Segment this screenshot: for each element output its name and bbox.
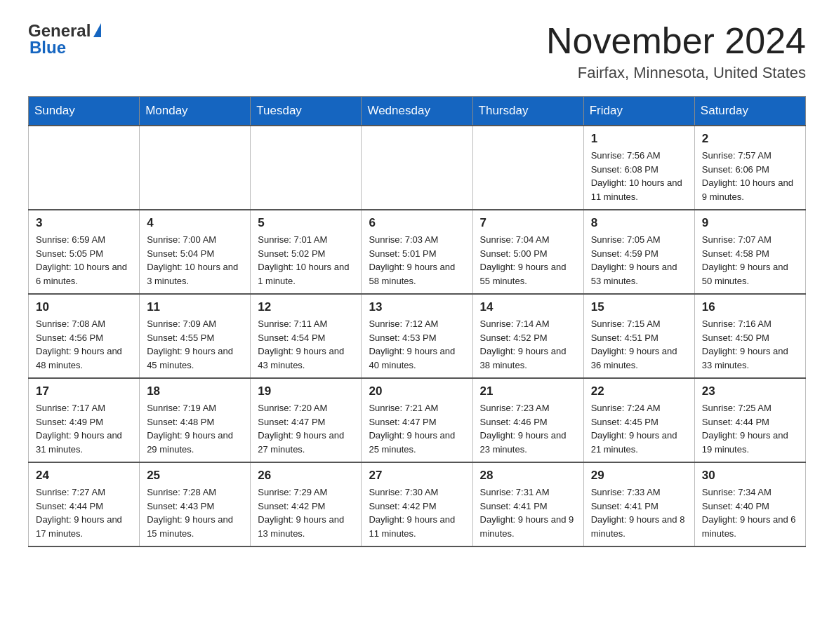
calendar-cell	[362, 126, 472, 210]
calendar-cell: 6Sunrise: 7:03 AM Sunset: 5:01 PM Daylig…	[362, 210, 472, 294]
day-info: Sunrise: 7:03 AM Sunset: 5:01 PM Dayligh…	[369, 233, 465, 288]
day-number: 26	[258, 469, 354, 483]
day-info: Sunrise: 7:30 AM Sunset: 4:42 PM Dayligh…	[369, 485, 465, 540]
calendar-weekday-thursday: Thursday	[472, 97, 583, 126]
calendar-table: SundayMondayTuesdayWednesdayThursdayFrid…	[28, 96, 806, 547]
calendar-row-3: 17Sunrise: 7:17 AM Sunset: 4:49 PM Dayli…	[29, 378, 806, 462]
calendar-cell: 7Sunrise: 7:04 AM Sunset: 5:00 PM Daylig…	[472, 210, 583, 294]
day-info: Sunrise: 7:28 AM Sunset: 4:43 PM Dayligh…	[147, 485, 243, 540]
calendar-cell: 14Sunrise: 7:14 AM Sunset: 4:52 PM Dayli…	[472, 294, 583, 378]
day-info: Sunrise: 7:08 AM Sunset: 4:56 PM Dayligh…	[36, 317, 132, 372]
calendar-header-row: SundayMondayTuesdayWednesdayThursdayFrid…	[29, 97, 806, 126]
day-number: 7	[480, 216, 576, 230]
logo: General Blue	[28, 21, 101, 58]
day-info: Sunrise: 7:34 AM Sunset: 4:40 PM Dayligh…	[702, 485, 798, 540]
page-header: General Blue November 2024 Fairfax, Minn…	[28, 21, 806, 82]
day-number: 23	[702, 384, 798, 398]
calendar-cell: 12Sunrise: 7:11 AM Sunset: 4:54 PM Dayli…	[251, 294, 362, 378]
day-number: 12	[258, 300, 354, 314]
calendar-cell: 10Sunrise: 7:08 AM Sunset: 4:56 PM Dayli…	[29, 294, 140, 378]
calendar-weekday-monday: Monday	[140, 97, 251, 126]
day-info: Sunrise: 7:04 AM Sunset: 5:00 PM Dayligh…	[480, 233, 576, 288]
day-number: 22	[591, 384, 687, 398]
title-section: November 2024 Fairfax, Minnesota, United…	[546, 21, 806, 82]
day-number: 1	[591, 132, 687, 146]
calendar-cell: 24Sunrise: 7:27 AM Sunset: 4:44 PM Dayli…	[29, 462, 140, 546]
calendar-row-2: 10Sunrise: 7:08 AM Sunset: 4:56 PM Dayli…	[29, 294, 806, 378]
day-info: Sunrise: 7:12 AM Sunset: 4:53 PM Dayligh…	[369, 317, 465, 372]
day-number: 5	[258, 216, 354, 230]
calendar-row-4: 24Sunrise: 7:27 AM Sunset: 4:44 PM Dayli…	[29, 462, 806, 546]
day-info: Sunrise: 7:15 AM Sunset: 4:51 PM Dayligh…	[591, 317, 687, 372]
day-info: Sunrise: 7:25 AM Sunset: 4:44 PM Dayligh…	[702, 401, 798, 456]
day-number: 4	[147, 216, 243, 230]
day-number: 16	[702, 300, 798, 314]
day-info: Sunrise: 6:59 AM Sunset: 5:05 PM Dayligh…	[36, 233, 132, 288]
day-info: Sunrise: 7:57 AM Sunset: 6:06 PM Dayligh…	[702, 149, 798, 203]
day-number: 24	[36, 469, 132, 483]
calendar-cell	[251, 126, 362, 210]
calendar-cell: 13Sunrise: 7:12 AM Sunset: 4:53 PM Dayli…	[362, 294, 472, 378]
day-number: 13	[369, 300, 465, 314]
day-number: 28	[480, 469, 576, 483]
calendar-cell: 9Sunrise: 7:07 AM Sunset: 4:58 PM Daylig…	[694, 210, 805, 294]
logo-triangle-icon	[93, 23, 101, 37]
day-info: Sunrise: 7:09 AM Sunset: 4:55 PM Dayligh…	[147, 317, 243, 372]
day-info: Sunrise: 7:07 AM Sunset: 4:58 PM Dayligh…	[702, 233, 798, 288]
day-number: 30	[702, 469, 798, 483]
day-info: Sunrise: 7:05 AM Sunset: 4:59 PM Dayligh…	[591, 233, 687, 288]
calendar-weekday-wednesday: Wednesday	[362, 97, 472, 126]
calendar-cell: 27Sunrise: 7:30 AM Sunset: 4:42 PM Dayli…	[362, 462, 472, 546]
day-info: Sunrise: 7:11 AM Sunset: 4:54 PM Dayligh…	[258, 317, 354, 372]
day-info: Sunrise: 7:24 AM Sunset: 4:45 PM Dayligh…	[591, 401, 687, 456]
day-number: 20	[369, 384, 465, 398]
day-info: Sunrise: 7:19 AM Sunset: 4:48 PM Dayligh…	[147, 401, 243, 456]
calendar-weekday-sunday: Sunday	[29, 97, 140, 126]
calendar-cell: 16Sunrise: 7:16 AM Sunset: 4:50 PM Dayli…	[694, 294, 805, 378]
day-number: 18	[147, 384, 243, 398]
day-number: 17	[36, 384, 132, 398]
calendar-cell: 19Sunrise: 7:20 AM Sunset: 4:47 PM Dayli…	[251, 378, 362, 462]
calendar-cell: 4Sunrise: 7:00 AM Sunset: 5:04 PM Daylig…	[140, 210, 251, 294]
calendar-weekday-friday: Friday	[583, 97, 694, 126]
day-info: Sunrise: 7:56 AM Sunset: 6:08 PM Dayligh…	[591, 149, 687, 203]
calendar-weekday-saturday: Saturday	[694, 97, 805, 126]
month-title: November 2024	[546, 21, 806, 61]
day-info: Sunrise: 7:23 AM Sunset: 4:46 PM Dayligh…	[480, 401, 576, 456]
day-number: 2	[702, 132, 798, 146]
location-subtitle: Fairfax, Minnesota, United States	[546, 64, 806, 82]
day-number: 14	[480, 300, 576, 314]
day-number: 3	[36, 216, 132, 230]
calendar-cell: 28Sunrise: 7:31 AM Sunset: 4:41 PM Dayli…	[472, 462, 583, 546]
day-info: Sunrise: 7:16 AM Sunset: 4:50 PM Dayligh…	[702, 317, 798, 372]
day-number: 11	[147, 300, 243, 314]
calendar-weekday-tuesday: Tuesday	[251, 97, 362, 126]
calendar-cell	[29, 126, 140, 210]
calendar-row-1: 3Sunrise: 6:59 AM Sunset: 5:05 PM Daylig…	[29, 210, 806, 294]
calendar-cell: 8Sunrise: 7:05 AM Sunset: 4:59 PM Daylig…	[583, 210, 694, 294]
calendar-cell: 17Sunrise: 7:17 AM Sunset: 4:49 PM Dayli…	[29, 378, 140, 462]
calendar-cell: 30Sunrise: 7:34 AM Sunset: 4:40 PM Dayli…	[694, 462, 805, 546]
calendar-cell: 23Sunrise: 7:25 AM Sunset: 4:44 PM Dayli…	[694, 378, 805, 462]
day-number: 21	[480, 384, 576, 398]
day-info: Sunrise: 7:31 AM Sunset: 4:41 PM Dayligh…	[480, 485, 576, 540]
day-info: Sunrise: 7:14 AM Sunset: 4:52 PM Dayligh…	[480, 317, 576, 372]
calendar-cell: 29Sunrise: 7:33 AM Sunset: 4:41 PM Dayli…	[583, 462, 694, 546]
calendar-cell: 3Sunrise: 6:59 AM Sunset: 5:05 PM Daylig…	[29, 210, 140, 294]
day-info: Sunrise: 7:27 AM Sunset: 4:44 PM Dayligh…	[36, 485, 132, 540]
calendar-cell: 26Sunrise: 7:29 AM Sunset: 4:42 PM Dayli…	[251, 462, 362, 546]
calendar-row-0: 1Sunrise: 7:56 AM Sunset: 6:08 PM Daylig…	[29, 126, 806, 210]
calendar-cell: 21Sunrise: 7:23 AM Sunset: 4:46 PM Dayli…	[472, 378, 583, 462]
day-info: Sunrise: 7:00 AM Sunset: 5:04 PM Dayligh…	[147, 233, 243, 288]
calendar-cell: 5Sunrise: 7:01 AM Sunset: 5:02 PM Daylig…	[251, 210, 362, 294]
day-number: 19	[258, 384, 354, 398]
day-number: 6	[369, 216, 465, 230]
calendar-cell: 2Sunrise: 7:57 AM Sunset: 6:06 PM Daylig…	[694, 126, 805, 210]
logo-blue-text: Blue	[28, 38, 66, 58]
day-number: 8	[591, 216, 687, 230]
day-number: 9	[702, 216, 798, 230]
calendar-cell	[140, 126, 251, 210]
day-number: 29	[591, 469, 687, 483]
calendar-cell	[472, 126, 583, 210]
calendar-cell: 22Sunrise: 7:24 AM Sunset: 4:45 PM Dayli…	[583, 378, 694, 462]
